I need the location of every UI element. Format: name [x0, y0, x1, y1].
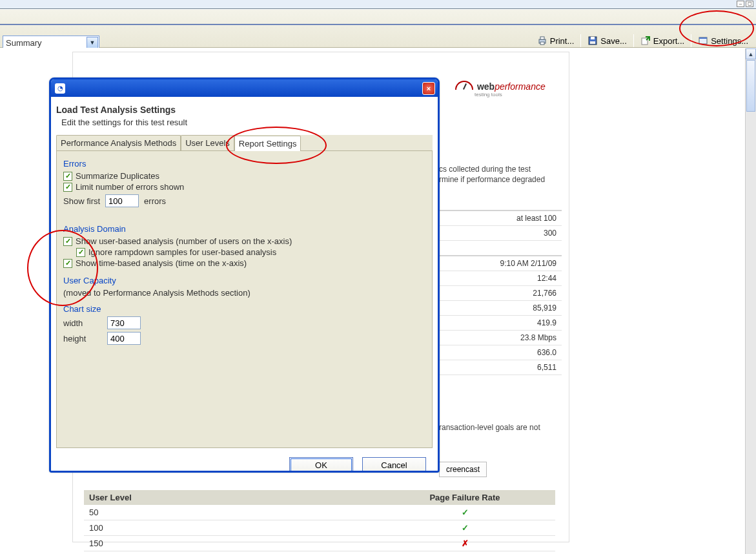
settings-icon	[698, 36, 708, 46]
svg-rect-5	[590, 41, 595, 44]
dialog-title: Load Test Analysis Settings	[56, 105, 433, 115]
brand-logo: webperformance testing tools	[455, 81, 653, 97]
input-errors-count[interactable]	[105, 194, 139, 207]
export-button[interactable]: Export...	[640, 36, 684, 46]
failure-rate-table: User Level Page Failure Rate 50 ✓ 100 ✓ …	[84, 490, 555, 551]
stat-row: 300	[439, 226, 562, 241]
group-chart-size: Chart size	[63, 304, 425, 314]
app-icon: ◔	[55, 83, 65, 94]
stat-row: at least 100	[439, 210, 562, 226]
table-row: 50 ✓	[84, 505, 555, 520]
scroll-thumb[interactable]	[746, 60, 755, 112]
stat-row: 6,511	[439, 360, 562, 375]
export-icon	[640, 36, 651, 46]
save-button[interactable]: Save...	[587, 36, 626, 46]
maximize-icon[interactable]: ◻	[746, 1, 753, 7]
checkbox-user-based[interactable]: ✓	[63, 237, 72, 246]
check-icon: ✓	[462, 508, 469, 517]
report-desc-line2: rmine if performance degraded	[439, 175, 568, 184]
tab-user-levels[interactable]: User Levels	[181, 135, 234, 150]
tab-report-settings[interactable]: Report Settings	[234, 136, 301, 151]
dialog-subtitle: Edit the settings for this test result	[61, 118, 433, 127]
analysis-settings-dialog: ◔ × Load Test Analysis Settings Edit the…	[49, 77, 440, 473]
settings-button[interactable]: Settings...	[698, 36, 748, 46]
svg-rect-1	[540, 37, 544, 39]
col-header-user-level: User Level	[84, 490, 374, 505]
input-chart-height[interactable]	[107, 332, 141, 345]
printer-icon	[537, 36, 547, 46]
report-settings-panel: Errors ✓ Summarize Duplicates ✓ Limit nu…	[56, 151, 433, 448]
floppy-icon	[587, 36, 598, 46]
svg-rect-2	[540, 42, 544, 45]
stats-block-2: 9:10 AM 2/11/09 12:44 21,766 85,919 419.…	[439, 255, 562, 375]
view-selector-value: Summary	[6, 38, 42, 48]
svg-rect-8	[699, 37, 707, 39]
ok-button[interactable]: OK	[289, 457, 353, 473]
checkbox-limit-errors[interactable]: ✓	[63, 183, 72, 192]
capacity-note: (moved to Performance Analysis Methods s…	[63, 288, 425, 298]
chevron-down-icon[interactable]: ▼	[87, 37, 98, 48]
print-button[interactable]: Print...	[537, 36, 575, 46]
report-desc-line1: cs collected during the test	[439, 165, 568, 174]
checkbox-summarize-duplicates[interactable]: ✓	[63, 172, 72, 181]
input-chart-width[interactable]	[107, 316, 141, 329]
close-button[interactable]: ×	[422, 82, 435, 95]
cancel-button[interactable]: Cancel	[362, 457, 426, 473]
screencast-button[interactable]: creencast	[439, 462, 487, 477]
minimize-icon[interactable]: –	[737, 1, 744, 7]
stat-row: 85,919	[439, 301, 562, 316]
group-analysis-domain: Analysis Domain	[63, 224, 425, 234]
checkbox-ignore-rampdown[interactable]: ✓	[76, 248, 85, 257]
svg-rect-4	[591, 37, 595, 39]
stats-block-1: at least 100 300	[439, 210, 562, 241]
goal-note-fragment: ransaction-level goals are not	[439, 423, 568, 432]
col-header-failure-rate: Page Failure Rate	[374, 490, 555, 505]
stat-row: 9:10 AM 2/11/09	[439, 255, 562, 271]
cross-icon: ✗	[462, 539, 469, 548]
group-errors: Errors	[63, 159, 425, 169]
vertical-scrollbar[interactable]: ▲	[745, 48, 756, 554]
stat-row: 23.8 Mbps	[439, 331, 562, 345]
table-row: 100 ✓	[84, 520, 555, 536]
scroll-up-icon[interactable]: ▲	[746, 48, 756, 59]
checkbox-time-based[interactable]: ✓	[63, 259, 72, 268]
stat-row: 21,766	[439, 286, 562, 301]
top-toolbar: Summary ▼ Print... Save... Export...	[0, 9, 756, 48]
stat-row: 12:44	[439, 271, 562, 286]
stat-row: 419.9	[439, 316, 562, 331]
window-caption-bar: – ◻	[0, 0, 756, 9]
stat-row: 636.0	[439, 345, 562, 360]
group-user-capacity: User Capacity	[63, 276, 425, 285]
tab-performance-methods[interactable]: Performance Analysis Methods	[56, 135, 181, 150]
gauge-icon	[455, 81, 473, 90]
dialog-tabs: Performance Analysis Methods User Levels…	[56, 135, 433, 151]
check-icon: ✓	[462, 523, 469, 533]
dialog-titlebar[interactable]: ◔ ×	[51, 79, 438, 97]
table-row: 150 ✗	[84, 536, 555, 551]
